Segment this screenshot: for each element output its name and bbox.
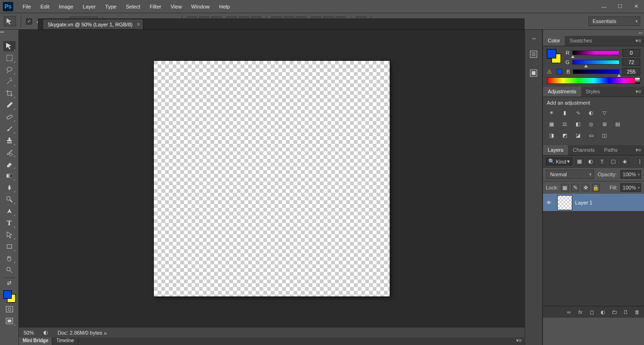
zoom-display[interactable]: 50%: [24, 330, 34, 336]
document-tab[interactable]: Skygate.vn @ 50% (Layer 1, RGB/8) ×: [42, 19, 143, 29]
color-swatch-pair[interactable]: [547, 49, 561, 63]
dodge-tool[interactable]: [3, 194, 16, 205]
layer-visibility-icon[interactable]: 👁: [543, 200, 554, 205]
opacity-input[interactable]: 100%: [620, 170, 641, 179]
history-brush-tool[interactable]: [3, 147, 16, 157]
swatches-tab[interactable]: Swatches: [565, 36, 597, 46]
layer-mask-icon[interactable]: ◻: [587, 308, 596, 316]
channel-mixer-adj[interactable]: ⊞: [600, 120, 609, 128]
menu-type[interactable]: Type: [100, 0, 121, 13]
new-layer-icon[interactable]: 🗋: [621, 308, 630, 316]
filter-smart-icon[interactable]: ◈: [620, 158, 629, 165]
properties-panel-icon[interactable]: [528, 68, 539, 78]
blur-tool[interactable]: [3, 182, 16, 193]
shape-tool[interactable]: [3, 241, 16, 252]
brush-tool[interactable]: [3, 123, 16, 134]
quick-mask-button[interactable]: [3, 304, 16, 314]
workspace-switcher[interactable]: Essentials: [588, 16, 640, 26]
color-lookup-adj[interactable]: ▤: [613, 120, 622, 128]
selective-color-adj[interactable]: ◫: [600, 131, 609, 140]
menu-filter[interactable]: Filter: [145, 0, 166, 13]
color-tab[interactable]: Color: [543, 36, 565, 46]
menu-layer[interactable]: Layer: [78, 0, 100, 13]
move-tool[interactable]: [3, 41, 16, 51]
swap-colors-icon[interactable]: ⇄: [3, 280, 16, 285]
menu-file[interactable]: File: [18, 0, 36, 13]
expand-dock-icon[interactable]: ◂◂: [532, 36, 535, 41]
posterize-adj[interactable]: ◩: [560, 131, 569, 140]
adjustments-tab[interactable]: Adjustments: [543, 87, 581, 97]
current-tool-indicator[interactable]: [4, 16, 16, 26]
lock-pixels-icon[interactable]: ✎: [571, 184, 579, 191]
color-panel-menu-icon[interactable]: ▾≡: [633, 36, 644, 46]
layer-name[interactable]: Layer 1: [575, 200, 593, 205]
close-button[interactable]: ✕: [629, 2, 643, 11]
g-value[interactable]: 72: [622, 58, 640, 66]
filter-type-icon[interactable]: T: [598, 158, 606, 165]
menu-edit[interactable]: Edit: [36, 0, 54, 13]
status-info-icon[interactable]: ◐: [43, 329, 48, 336]
foreground-background-colors[interactable]: [3, 290, 16, 303]
auto-select-checkbox[interactable]: ✓: [26, 18, 32, 25]
canvas-viewport[interactable]: [19, 30, 525, 327]
new-adjustment-layer-icon[interactable]: ◐: [599, 308, 607, 316]
layers-panel-menu-icon[interactable]: ▾≡: [633, 145, 644, 155]
stamp-tool[interactable]: [3, 135, 16, 146]
eraser-tool[interactable]: [3, 159, 16, 169]
gradient-tool[interactable]: [3, 171, 16, 181]
menu-view[interactable]: View: [166, 0, 187, 13]
canvas[interactable]: [154, 61, 390, 296]
minimize-button[interactable]: —: [597, 2, 611, 11]
curves-adj[interactable]: ∿: [573, 108, 583, 117]
brightness-adj[interactable]: ☀: [547, 108, 556, 117]
hue-sat-adj[interactable]: ▦: [547, 120, 556, 128]
lock-position-icon[interactable]: ✥: [582, 184, 589, 191]
r-value[interactable]: 0: [622, 49, 640, 57]
menu-image[interactable]: Image: [54, 0, 78, 13]
photo-filter-adj[interactable]: ◎: [586, 120, 596, 128]
invert-adj[interactable]: ◨: [547, 131, 556, 140]
lock-all-icon[interactable]: 🔒: [592, 184, 600, 191]
wand-tool[interactable]: [3, 76, 16, 87]
filter-pixel-icon[interactable]: ▦: [575, 158, 584, 165]
maximize-button[interactable]: ☐: [613, 2, 627, 11]
screen-mode-button[interactable]: [3, 316, 16, 326]
gradient-map-adj[interactable]: ▭: [586, 131, 596, 140]
collapse-bottom-icon[interactable]: ▾≡: [513, 337, 525, 345]
type-tool[interactable]: T: [3, 218, 16, 228]
expand-panels-icon[interactable]: ◂◂: [543, 30, 644, 36]
threshold-adj[interactable]: ◪: [573, 131, 583, 140]
g-slider[interactable]: [572, 60, 619, 65]
filter-toggle[interactable]: [638, 158, 641, 165]
adjustments-panel-menu-icon[interactable]: ▾≡: [633, 87, 644, 97]
layer-row[interactable]: 👁 Layer 1: [543, 194, 644, 212]
styles-tab[interactable]: Styles: [581, 87, 605, 97]
foreground-color[interactable]: [3, 290, 12, 299]
blend-mode-dropdown[interactable]: Normal: [546, 170, 594, 179]
bw-adj[interactable]: ◧: [573, 120, 583, 128]
delete-layer-icon[interactable]: 🗑: [633, 308, 641, 316]
gamut-swatch[interactable]: [557, 69, 562, 74]
marquee-tool[interactable]: [3, 53, 16, 63]
lasso-tool[interactable]: [3, 65, 16, 75]
color-balance-adj[interactable]: ⚖: [560, 120, 569, 128]
vibrance-adj[interactable]: ▽: [600, 108, 609, 117]
levels-adj[interactable]: ▮: [560, 108, 569, 117]
exposure-adj[interactable]: ◐: [586, 108, 596, 117]
paths-tab[interactable]: Paths: [600, 145, 622, 155]
close-tab-icon[interactable]: ×: [137, 21, 140, 28]
gamut-warning-icon[interactable]: ⚠: [547, 68, 552, 75]
filter-shape-icon[interactable]: ▢: [609, 158, 618, 165]
timeline-tab[interactable]: Timeline: [52, 337, 78, 345]
crop-tool[interactable]: [3, 88, 16, 99]
path-select-tool[interactable]: [3, 230, 16, 240]
b-value[interactable]: 255: [622, 68, 640, 75]
link-layers-icon[interactable]: ∞: [565, 308, 573, 316]
r-slider[interactable]: [572, 50, 619, 55]
expand-toolbar-icon[interactable]: ▸▸: [0, 30, 5, 33]
hand-tool[interactable]: [3, 253, 16, 263]
mini-bridge-tab[interactable]: Mini Bridge: [19, 337, 52, 345]
eyedropper-tool[interactable]: [3, 100, 16, 110]
history-panel-icon[interactable]: [528, 49, 539, 59]
doc-size-display[interactable]: Doc: 2.86M/0 bytes: [58, 330, 108, 336]
